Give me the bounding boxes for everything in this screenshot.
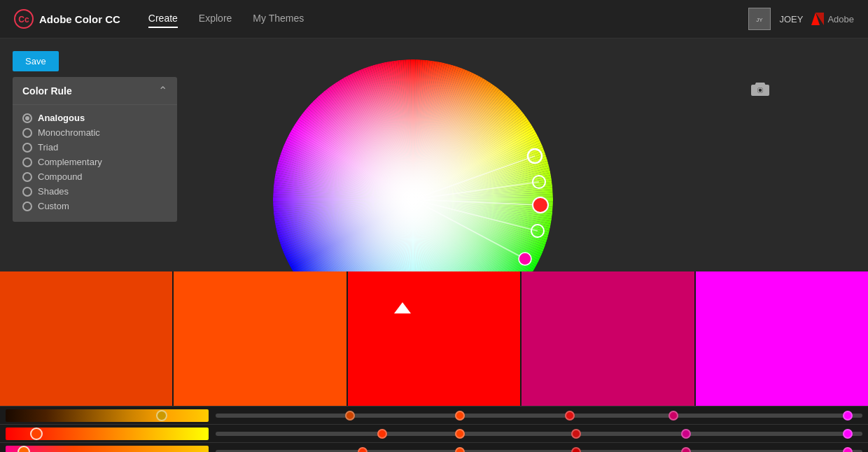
color-rule-header: Color Rule ⌃ xyxy=(13,77,177,105)
rule-analogous[interactable]: Analogous xyxy=(22,111,167,125)
slider-row-2 xyxy=(0,424,868,442)
selected-swatch-indicator xyxy=(394,302,411,313)
slider-preview-3 xyxy=(6,446,209,453)
logo-area: Cc Adobe Color CC xyxy=(14,9,120,29)
radio-analogous xyxy=(22,113,32,123)
header-right: JY JOEY Adobe xyxy=(748,8,854,30)
svg-text:Cc: Cc xyxy=(18,15,29,24)
radio-compound xyxy=(22,172,32,182)
slider-preview-1 xyxy=(6,409,209,422)
save-button[interactable]: Save xyxy=(13,51,59,71)
adobe-cc-logo-icon: Cc xyxy=(14,9,34,29)
rule-shades[interactable]: Shades xyxy=(22,184,167,199)
swatches-row xyxy=(0,271,868,408)
dot-3-2[interactable] xyxy=(571,447,581,453)
dot-3-4[interactable] xyxy=(843,447,853,453)
swatch-3[interactable] xyxy=(522,271,694,408)
slider-track-bg-1 xyxy=(216,414,862,418)
slider-track-2[interactable] xyxy=(216,428,862,440)
rule-compound[interactable]: Compound xyxy=(22,169,167,184)
radio-complementary xyxy=(22,157,32,167)
collapse-button[interactable]: ⌃ xyxy=(158,84,167,97)
rule-monochromatic[interactable]: Monochromatic xyxy=(22,125,167,140)
slider-thumb-3[interactable] xyxy=(18,446,30,453)
username-label: JOEY xyxy=(779,14,803,24)
slider-preview-2 xyxy=(6,428,209,440)
nav-my-themes[interactable]: My Themes xyxy=(253,10,304,28)
nav-create[interactable]: Create xyxy=(148,10,178,28)
swatch-1[interactable] xyxy=(174,271,346,408)
slider-row-3 xyxy=(0,442,868,452)
app-header: Cc Adobe Color CC Create Explore My Them… xyxy=(0,0,868,38)
camera-button[interactable] xyxy=(750,79,770,101)
slider-track-bg-2 xyxy=(216,432,862,436)
dot-2-3[interactable] xyxy=(681,429,691,439)
radio-custom xyxy=(22,202,32,211)
radio-monochromatic xyxy=(22,128,32,138)
dot-2-1[interactable] xyxy=(455,429,465,439)
slider-track-3[interactable] xyxy=(216,446,862,453)
app-title: Adobe Color CC xyxy=(39,13,120,25)
nav-explore[interactable]: Explore xyxy=(199,10,232,28)
adobe-label: Adobe xyxy=(827,14,854,24)
rule-triad[interactable]: Triad xyxy=(22,140,167,155)
dot-1-3[interactable] xyxy=(668,411,678,421)
rule-custom[interactable]: Custom xyxy=(22,199,167,213)
swatch-4[interactable] xyxy=(696,271,868,408)
svg-point-21 xyxy=(519,253,531,265)
dot-1-2[interactable] xyxy=(565,411,575,421)
dot-3-0[interactable] xyxy=(358,447,368,453)
slider-thumb-2[interactable] xyxy=(30,428,43,440)
camera-icon xyxy=(750,79,770,99)
main-nav: Create Explore My Themes xyxy=(148,10,749,28)
color-rule-list: Analogous Monochromatic Triad Complement… xyxy=(13,105,177,222)
sliders-section xyxy=(0,406,868,452)
dot-3-1[interactable] xyxy=(455,447,465,453)
svg-text:JY: JY xyxy=(757,17,764,23)
adobe-logo: Adobe xyxy=(811,13,854,25)
dot-2-0[interactable] xyxy=(377,429,387,439)
radio-triad xyxy=(22,143,32,153)
dot-2-4[interactable] xyxy=(843,429,853,439)
rule-complementary[interactable]: Complementary xyxy=(22,155,167,169)
slider-row-1 xyxy=(0,406,868,424)
swatch-0[interactable] xyxy=(0,271,172,408)
dot-2-2[interactable] xyxy=(571,429,581,439)
dot-1-0[interactable] xyxy=(345,411,355,421)
main-content: Save Color Rule ⌃ Analogous Monochromati… xyxy=(0,38,868,452)
color-rule-panel: Color Rule ⌃ Analogous Monochromatic Tri… xyxy=(13,77,177,222)
slider-thumb-1[interactable] xyxy=(156,410,167,421)
dot-1-1[interactable] xyxy=(455,411,465,421)
radio-shades xyxy=(22,187,32,197)
color-rule-title: Color Rule xyxy=(22,85,72,97)
swatch-2[interactable] xyxy=(348,271,520,408)
dot-3-3[interactable] xyxy=(681,447,691,453)
dot-1-4[interactable] xyxy=(843,411,853,421)
svg-point-19 xyxy=(533,197,548,213)
slider-track-1[interactable] xyxy=(216,409,862,422)
user-avatar: JY xyxy=(748,8,771,30)
slider-track-bg-3 xyxy=(216,450,862,453)
